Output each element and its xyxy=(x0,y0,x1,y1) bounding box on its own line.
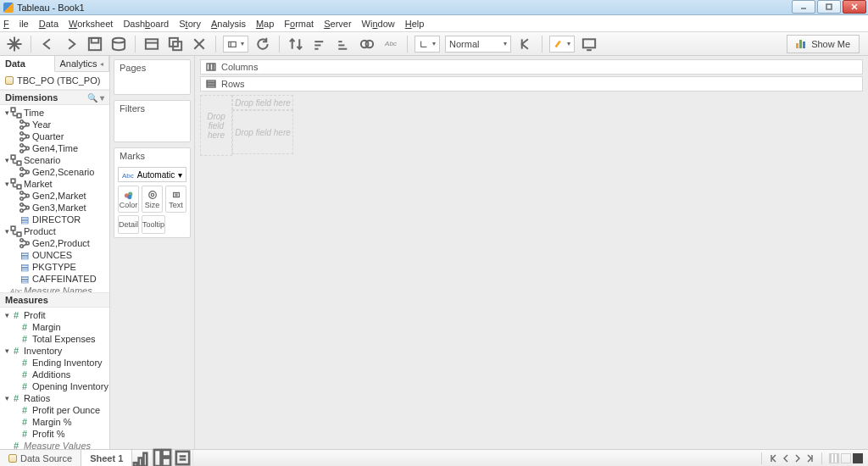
forward-button[interactable] xyxy=(62,35,81,53)
marks-text-button[interactable]: Text xyxy=(165,186,186,213)
nav-prev-icon[interactable] xyxy=(781,453,791,463)
dimension-year[interactable]: Year xyxy=(2,119,109,130)
svg-rect-99 xyxy=(144,453,147,466)
dimension-caffeinated[interactable]: ▤CAFFEINATED xyxy=(2,273,109,285)
svg-rect-95 xyxy=(207,83,215,85)
dimension-gen4-time[interactable]: Gen4,Time xyxy=(2,142,109,154)
view-grid-icon[interactable] xyxy=(829,453,839,463)
view-canvas: Columns Rows Drop field here Drop field … xyxy=(195,56,868,449)
presentation-left-button[interactable] xyxy=(516,35,535,53)
menu-story[interactable]: Story xyxy=(179,19,201,29)
window-minimize-button[interactable] xyxy=(792,0,815,14)
measure-ending-inventory[interactable]: #Ending Inventory xyxy=(2,357,109,369)
highlight-dropdown[interactable]: ▾ xyxy=(549,36,575,53)
menu-analysis[interactable]: Analysis xyxy=(211,19,246,29)
dimension-gen2-scenario[interactable]: Gen2,Scenario xyxy=(2,166,109,178)
measure-profit-per-ounce[interactable]: #Profit per Ounce xyxy=(2,404,109,416)
auto-updates-dropdown[interactable]: ▾ xyxy=(223,36,248,53)
swap-button[interactable] xyxy=(287,35,305,53)
menu-dashboard[interactable]: Dashboard xyxy=(123,19,169,29)
datasource-tab[interactable]: Data Source xyxy=(0,450,81,467)
measure-ratios[interactable]: ▾#Ratios xyxy=(2,392,109,404)
measure-margin-[interactable]: #Margin % xyxy=(2,416,109,428)
refresh-button[interactable] xyxy=(253,35,272,53)
search-icon[interactable]: 🔍 ▾ xyxy=(87,93,104,103)
dimension-scenario[interactable]: ▾Scenario xyxy=(2,154,109,166)
sort-asc-button[interactable] xyxy=(310,35,329,53)
nav-next-icon[interactable] xyxy=(793,453,803,463)
measure-inventory[interactable]: ▾#Inventory xyxy=(2,345,109,357)
window-close-button[interactable] xyxy=(843,0,866,14)
dimension-gen3-market[interactable]: Gen3,Market xyxy=(2,202,109,214)
menu-map[interactable]: Map xyxy=(256,19,274,29)
svg-line-58 xyxy=(23,169,27,171)
drop-zone-rows[interactable]: Drop field here xyxy=(200,95,232,156)
back-button[interactable] xyxy=(38,35,57,53)
tableau-logo-button[interactable] xyxy=(5,35,24,53)
sheet1-tab[interactable]: Sheet 1 xyxy=(81,450,132,467)
new-datasource-button[interactable] xyxy=(109,35,128,53)
dimension-time[interactable]: ▾Time xyxy=(2,107,109,119)
pages-shelf[interactable]: Pages xyxy=(114,59,191,95)
svg-line-50 xyxy=(23,149,27,151)
dimension-product[interactable]: ▾Product xyxy=(2,225,109,237)
show-me-button[interactable]: Show Me xyxy=(787,35,860,53)
new-dashboard-button[interactable] xyxy=(153,450,173,467)
sort-desc-button[interactable] xyxy=(334,35,353,53)
new-worksheet-button[interactable] xyxy=(142,35,161,53)
view-tile-icon[interactable] xyxy=(841,453,851,463)
nav-first-icon[interactable] xyxy=(769,453,779,463)
menu-help[interactable]: Help xyxy=(405,19,425,29)
dimension-measure-names[interactable]: AbcMeasure Names xyxy=(2,285,109,292)
show-labels-button[interactable]: Abc xyxy=(381,35,400,53)
drop-zone-columns[interactable]: Drop field here xyxy=(232,95,293,110)
menu-server[interactable]: Server xyxy=(324,19,351,29)
filters-shelf[interactable]: Filters xyxy=(114,100,191,142)
dimension-quarter[interactable]: Quarter xyxy=(2,130,109,142)
marks-card: Marks AbcAutomatic▾ Color Size Text Deta… xyxy=(114,147,191,238)
svg-rect-30 xyxy=(583,39,595,47)
columns-shelf[interactable]: Columns xyxy=(200,59,863,75)
data-tab[interactable]: Data xyxy=(0,56,55,72)
analytics-tab[interactable]: Analytics◂ xyxy=(55,56,110,72)
new-story-button[interactable] xyxy=(173,450,193,467)
fit-dropdown[interactable]: Normal▾ xyxy=(445,36,511,53)
view-full-icon[interactable] xyxy=(853,453,863,463)
new-sheet-button[interactable] xyxy=(132,450,153,467)
save-button[interactable] xyxy=(86,35,104,53)
dimension-director[interactable]: ▤DIRECTOR xyxy=(2,214,109,225)
svg-line-44 xyxy=(23,134,27,136)
duplicate-button[interactable] xyxy=(166,35,185,53)
drop-zone-main[interactable]: Drop field here xyxy=(232,110,293,154)
measure-measure-values[interactable]: #Measure Values xyxy=(2,440,109,449)
measure-profit-[interactable]: #Profit % xyxy=(2,428,109,440)
measure-opening-inventory[interactable]: #Opening Inventory xyxy=(2,380,109,392)
group-button[interactable] xyxy=(358,35,376,53)
menu-worksheet[interactable]: Worksheet xyxy=(69,19,113,29)
menu-file[interactable]: File xyxy=(3,19,29,29)
datasource-item[interactable]: TBC_PO (TBC_PO) xyxy=(0,72,109,90)
measure-profit[interactable]: ▾#Profit xyxy=(2,309,109,321)
dimension-gen2-product[interactable]: Gen2,Product xyxy=(2,237,109,249)
window-maximize-button[interactable] xyxy=(817,0,841,14)
dimension-market[interactable]: ▾Market xyxy=(2,178,109,190)
marks-size-button[interactable]: Size xyxy=(142,186,163,213)
presentation-mode-button[interactable] xyxy=(580,35,598,53)
marks-color-button[interactable]: Color xyxy=(118,186,139,213)
nav-last-icon[interactable] xyxy=(804,453,815,463)
axis-dropdown[interactable]: ▾ xyxy=(415,36,440,53)
mark-type-dropdown[interactable]: AbcAutomatic▾ xyxy=(118,167,186,182)
menu-data[interactable]: Data xyxy=(39,19,58,29)
measure-margin[interactable]: #Margin xyxy=(2,321,109,333)
dimension-gen2-market[interactable]: Gen2,Market xyxy=(2,190,109,202)
dimension-pkgtype[interactable]: ▤PKGTYPE xyxy=(2,261,109,273)
marks-tooltip-button[interactable]: Tooltip xyxy=(142,215,165,234)
measure-total-expenses[interactable]: #Total Expenses xyxy=(2,333,109,345)
dimension-ounces[interactable]: ▤OUNCES xyxy=(2,249,109,261)
menu-window[interactable]: Window xyxy=(362,19,395,29)
marks-detail-button[interactable]: Detail xyxy=(118,215,139,234)
clear-button[interactable] xyxy=(190,35,209,53)
rows-shelf[interactable]: Rows xyxy=(200,76,863,92)
measure-additions[interactable]: #Additions xyxy=(2,369,109,380)
menu-format[interactable]: Format xyxy=(284,19,314,29)
